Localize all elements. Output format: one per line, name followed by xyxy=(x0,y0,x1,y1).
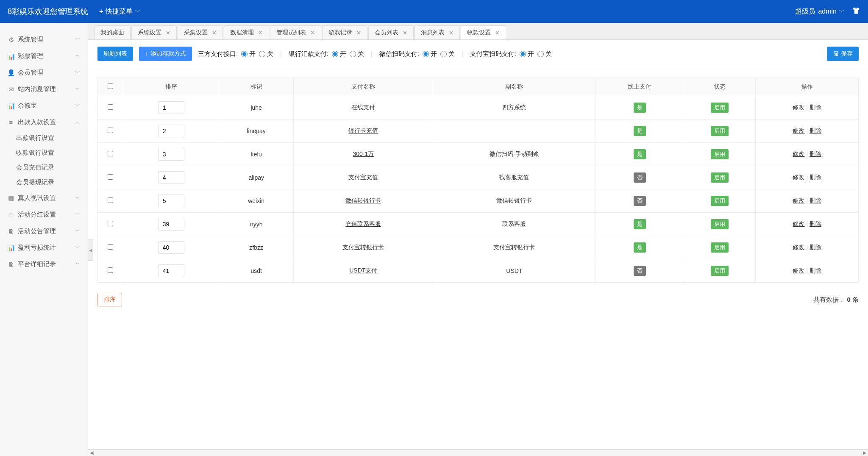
sort-input[interactable] xyxy=(158,125,184,137)
payment-name-link[interactable]: 在线支付 xyxy=(351,104,375,111)
radio-on[interactable]: 开 xyxy=(241,50,256,58)
row-checkbox[interactable] xyxy=(108,128,113,133)
sort-input[interactable] xyxy=(158,171,184,184)
delete-link[interactable]: 删除 xyxy=(810,127,821,134)
refresh-button[interactable]: 刷新列表 xyxy=(97,47,133,61)
delete-link[interactable]: 删除 xyxy=(810,174,821,181)
topbar-right: 超级员 admin ﹀ xyxy=(795,6,860,17)
payment-name-link[interactable]: 充值联系客服 xyxy=(345,220,381,227)
tab[interactable]: 采集设置✕ xyxy=(178,25,223,39)
sort-button[interactable]: 排序 xyxy=(97,293,122,306)
edit-link[interactable]: 修改 xyxy=(793,127,804,134)
sidebar-subitem[interactable]: 会员充值记录 xyxy=(0,160,88,175)
edit-link[interactable]: 修改 xyxy=(793,197,804,204)
row-checkbox[interactable] xyxy=(108,267,113,273)
payment-name-link[interactable]: 微信转银行卡 xyxy=(345,197,381,204)
delete-link[interactable]: 删除 xyxy=(810,150,821,157)
table-row: weixin 微信转银行卡 微信转银行卡 否 启用 修改|删除 xyxy=(98,189,859,213)
sidebar-subitem[interactable]: 出款银行设置 xyxy=(0,131,88,145)
sort-input[interactable] xyxy=(158,195,184,207)
theme-icon[interactable] xyxy=(852,6,860,17)
payment-name-link[interactable]: 银行卡充值 xyxy=(348,127,378,134)
sidebar-item[interactable]: 🗎平台详细记录﹀ xyxy=(0,256,88,272)
scroll-left-icon[interactable]: ◀ xyxy=(88,450,95,456)
add-deposit-button[interactable]: + 添加存款方式 xyxy=(139,47,192,61)
sort-input[interactable] xyxy=(158,148,184,161)
tab[interactable]: 消息列表✕ xyxy=(415,25,460,39)
edit-link[interactable]: 修改 xyxy=(793,104,804,111)
tab[interactable]: 我的桌面 xyxy=(94,25,131,39)
user-menu[interactable]: 超级员 admin ﹀ xyxy=(795,7,844,16)
tab[interactable]: 管理员列表✕ xyxy=(270,25,321,39)
sidebar-item[interactable]: 👤会员管理﹀ xyxy=(0,64,88,81)
edit-link[interactable]: 修改 xyxy=(793,244,804,250)
tab[interactable]: 数据清理✕ xyxy=(224,25,269,39)
sidebar-subitem[interactable]: 会员提现记录 xyxy=(0,175,88,190)
close-icon[interactable]: ✕ xyxy=(212,30,217,36)
payment-name-link[interactable]: 支付宝充值 xyxy=(348,174,378,181)
tab[interactable]: 会员列表✕ xyxy=(368,25,414,39)
sidebar-item[interactable]: ⚙系统管理﹀ xyxy=(0,31,88,48)
sidebar-item[interactable]: ✉站内消息管理﹀ xyxy=(0,81,88,97)
tab[interactable]: 收款设置✕ xyxy=(461,25,506,39)
quickmenu-button[interactable]: + 快捷菜单 ﹀ xyxy=(99,7,140,16)
radio-on[interactable]: 开 xyxy=(332,50,346,58)
edit-link[interactable]: 修改 xyxy=(793,267,804,274)
sort-input[interactable] xyxy=(158,241,184,254)
tab[interactable]: 系统设置✕ xyxy=(131,25,177,39)
sort-input[interactable] xyxy=(158,264,184,277)
close-icon[interactable]: ✕ xyxy=(356,30,361,36)
sidebar-item[interactable]: ≡活动分红设置﹀ xyxy=(0,206,88,223)
payment-name-link[interactable]: 支付宝转银行卡 xyxy=(342,244,384,250)
sort-input[interactable] xyxy=(158,101,184,114)
close-icon[interactable]: ✕ xyxy=(449,30,453,36)
sidebar-item[interactable]: 📊盈利亏损统计﹀ xyxy=(0,239,88,256)
table-row: nyyh 充值联系客服 联系客服 是 启用 修改|删除 xyxy=(98,213,859,236)
sidebar-subitem[interactable]: 收款银行设置 xyxy=(0,145,88,160)
radio-off[interactable]: 关 xyxy=(537,50,552,58)
online-badge: 是 xyxy=(634,149,646,159)
delete-link[interactable]: 删除 xyxy=(810,104,821,111)
edit-link[interactable]: 修改 xyxy=(793,174,804,181)
sidebar-item[interactable]: 📊余额宝﹀ xyxy=(0,97,88,114)
scroll-track[interactable] xyxy=(95,450,861,456)
close-icon[interactable]: ✕ xyxy=(258,30,263,36)
horizontal-scrollbar[interactable]: ◀ ▶ xyxy=(88,449,868,456)
row-checkbox[interactable] xyxy=(108,174,113,180)
delete-link[interactable]: 删除 xyxy=(810,197,821,204)
delete-link[interactable]: 删除 xyxy=(810,220,821,227)
radio-on[interactable]: 开 xyxy=(423,50,437,58)
sidebar-item[interactable]: 📊彩票管理﹀ xyxy=(0,48,88,64)
sidebar-item[interactable]: 🗎活动公告管理﹀ xyxy=(0,223,88,239)
delete-link[interactable]: 删除 xyxy=(810,267,821,274)
sidebar-item[interactable]: ▦真人视讯设置﹀ xyxy=(0,190,88,206)
row-checkbox[interactable] xyxy=(108,221,113,226)
close-icon[interactable]: ✕ xyxy=(495,30,500,36)
close-icon[interactable]: ✕ xyxy=(310,30,315,36)
radio-off[interactable]: 关 xyxy=(259,50,273,58)
status-badge: 启用 xyxy=(711,126,729,136)
radio-off[interactable]: 关 xyxy=(440,50,455,58)
payment-name-link[interactable]: 300-1万 xyxy=(353,150,374,157)
select-all-checkbox[interactable] xyxy=(108,83,113,89)
radio-off[interactable]: 关 xyxy=(350,50,364,58)
sidebar-collapse-handle[interactable]: ◀ xyxy=(88,239,93,261)
radio-on[interactable]: 开 xyxy=(520,50,534,58)
row-checkbox[interactable] xyxy=(108,151,113,156)
close-icon[interactable]: ✕ xyxy=(166,30,170,36)
tab-label: 我的桌面 xyxy=(100,29,124,36)
sidebar-item[interactable]: ≡出款入款设置︿ xyxy=(0,114,88,131)
save-button[interactable]: 🖫 保存 xyxy=(827,47,859,61)
sort-input[interactable] xyxy=(158,218,184,231)
close-icon[interactable]: ✕ xyxy=(403,30,407,36)
edit-link[interactable]: 修改 xyxy=(793,150,804,157)
doc-icon: 🗎 xyxy=(8,261,14,268)
tab[interactable]: 游戏记录✕ xyxy=(322,25,367,39)
edit-link[interactable]: 修改 xyxy=(793,220,804,227)
delete-link[interactable]: 删除 xyxy=(810,244,821,250)
row-checkbox[interactable] xyxy=(108,104,113,110)
payment-name-link[interactable]: USDT支付 xyxy=(349,267,377,274)
row-checkbox[interactable] xyxy=(108,244,113,250)
row-checkbox[interactable] xyxy=(108,197,113,203)
scroll-right-icon[interactable]: ▶ xyxy=(861,450,868,456)
